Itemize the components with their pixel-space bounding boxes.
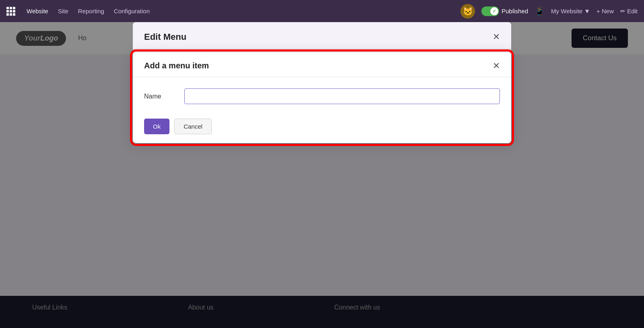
nav-items: Website Site Reporting Configuration xyxy=(27,8,451,14)
apps-grid-icon[interactable] xyxy=(6,7,15,16)
cancel-button[interactable]: Cancel xyxy=(174,119,212,134)
nav-right: 🐱 ✓ Published 📱 My Website ▼ + New ✏ Edi… xyxy=(460,4,638,18)
check-icon: ✓ xyxy=(492,8,496,14)
edit-menu-header: Edit Menu ✕ xyxy=(133,22,511,49)
add-menu-item-close-button[interactable]: ✕ xyxy=(493,62,500,70)
edit-menu-close-button[interactable]: ✕ xyxy=(493,33,500,41)
nav-item-site[interactable]: Site xyxy=(58,8,68,14)
nav-item-configuration[interactable]: Configuration xyxy=(114,8,150,14)
add-menu-item-body: Name xyxy=(133,77,511,119)
edit-button[interactable]: ✏ Edit xyxy=(620,8,638,15)
add-menu-item-dialog: Add a menu item ✕ Name Ok Cancel xyxy=(133,52,511,143)
edit-menu-title: Edit Menu xyxy=(144,32,186,42)
add-menu-item-footer: Ok Cancel xyxy=(133,119,511,143)
avatar[interactable]: 🐱 xyxy=(460,4,475,18)
nav-item-reporting[interactable]: Reporting xyxy=(78,8,104,14)
add-menu-item-header: Add a menu item ✕ xyxy=(133,52,511,77)
published-label: Published xyxy=(502,8,528,14)
nav-item-website[interactable]: Website xyxy=(27,8,48,14)
chevron-down-icon: ▼ xyxy=(584,8,590,14)
top-nav: Website Site Reporting Configuration 🐱 ✓… xyxy=(0,0,644,22)
published-toggle[interactable]: ✓ xyxy=(481,6,499,16)
published-badge[interactable]: ✓ Published xyxy=(481,6,528,16)
my-website-button[interactable]: My Website ▼ xyxy=(551,8,590,14)
name-label: Name xyxy=(144,93,176,100)
toggle-circle: ✓ xyxy=(490,7,498,15)
add-menu-item-title: Add a menu item xyxy=(144,61,209,70)
name-form-row: Name xyxy=(144,88,500,104)
mobile-icon[interactable]: 📱 xyxy=(535,6,545,16)
ok-button[interactable]: Ok xyxy=(144,119,169,134)
new-button[interactable]: + New xyxy=(597,8,614,14)
name-input[interactable] xyxy=(184,88,500,104)
